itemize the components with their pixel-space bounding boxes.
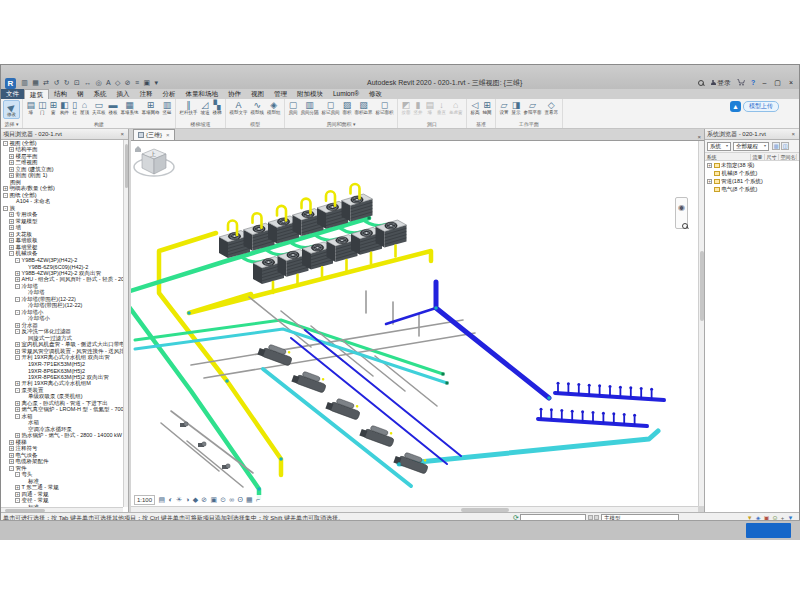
ribbon-tool[interactable]: ▧面积边界 (353, 100, 374, 115)
tree-expander-icon[interactable]: - (3, 193, 8, 198)
tree-expander-icon[interactable]: + (9, 147, 14, 152)
visual-style-icon[interactable]: ◐ (167, 495, 174, 504)
system-browser-view-dropdown[interactable]: 系统▾ (707, 142, 731, 151)
tree-expander-icon[interactable]: - (9, 466, 14, 471)
ribbon-tool[interactable]: ◩按面 (400, 100, 412, 115)
chiller-unit[interactable] (257, 341, 294, 366)
tree-expander-icon[interactable]: + (3, 186, 8, 191)
chiller-unit[interactable] (359, 422, 396, 447)
system-browser-autofit-icon[interactable]: ▥ (772, 142, 780, 150)
ribbon-tab-10[interactable]: 视图 (246, 89, 269, 99)
ribbon-panel-label[interactable]: 房间和面积 ▾ (287, 121, 395, 128)
ribbon-tab-13[interactable]: Lumion® (328, 89, 364, 99)
tree-expander-icon[interactable]: - (15, 472, 20, 477)
model-viewport[interactable]: 上 ◉ 1:100 ▤◐☀◑◆⊘▣⊙∞ʘ▦⌐ (131, 141, 698, 506)
tree-expander-icon[interactable]: + (15, 433, 20, 438)
minimize-button[interactable]: – (758, 77, 770, 88)
ribbon-tab-7[interactable]: 分析 (158, 89, 181, 99)
ribbon-tool[interactable]: ▦幕墙系统 (119, 100, 140, 115)
tree-expander-icon[interactable]: - (15, 284, 20, 289)
tree-expander-icon[interactable]: + (9, 232, 14, 237)
ribbon-tool[interactable]: ◫门 (37, 100, 49, 115)
tree-expander-icon[interactable]: - (15, 498, 20, 503)
ribbon-tool[interactable]: ◧构件 (59, 100, 71, 115)
ribbon-tool[interactable]: ◁标高 (469, 100, 481, 115)
ribbon-tool[interactable]: ⌂老虎窗 (448, 100, 465, 115)
system-browser-column-header[interactable]: 系统 (705, 154, 751, 160)
ribbon-tool[interactable]: ▱设置 (498, 100, 510, 115)
ribbon-tool[interactable]: ◈模型组 (266, 100, 283, 115)
tree-expander-icon[interactable]: + (9, 167, 14, 172)
sun-path-icon[interactable]: ☀ (174, 495, 183, 504)
temporary-hide-isolate-icon[interactable]: ∞ (228, 495, 236, 504)
tree-expander-icon[interactable]: + (15, 323, 20, 328)
system-browser-header[interactable]: 系统浏览器 - 020-1.rvt × (705, 129, 799, 140)
tree-expander-icon[interactable]: + (15, 277, 20, 282)
ribbon-tool[interactable]: ▤墙 (424, 100, 436, 115)
qat-print-icon[interactable]: ⊡ (72, 78, 82, 88)
ribbon-tool[interactable]: ◨显示 (510, 100, 522, 115)
tree-item[interactable]: +燃气真空锅炉 - LROM-H 型 - 低氮型 - 700-175-CN (1, 407, 123, 414)
tree-expander-icon[interactable]: + (9, 238, 14, 243)
ribbon-tool[interactable]: ◻标记面积 (374, 100, 395, 115)
search-icon[interactable] (698, 80, 704, 86)
tree-expander-icon[interactable]: - (15, 329, 20, 334)
model-upload-plugin[interactable]: ▲ 模型上传 (730, 101, 779, 112)
tree-expander-icon[interactable]: + (9, 440, 14, 445)
tree-expander-icon[interactable]: + (707, 179, 712, 184)
ribbon-tab-1[interactable]: 建筑 (24, 89, 49, 99)
view-tab-close-icon[interactable]: × (166, 132, 170, 138)
ribbon-tab-2[interactable]: 结构 (49, 89, 72, 99)
project-browser-header[interactable]: 项目浏览器 - 020-1.rvt × (1, 129, 128, 140)
ribbon-tab-6[interactable]: 注释 (135, 89, 158, 99)
system-browser-row[interactable]: +未指定(38 项) (705, 161, 799, 169)
tree-expander-icon[interactable]: + (15, 271, 20, 276)
shadows-icon[interactable]: ◑ (184, 495, 191, 504)
ribbon-tool[interactable]: ▨面积 (341, 100, 353, 115)
ribbon-tab-file[interactable]: 文件 (1, 89, 24, 99)
tree-expander-icon[interactable]: + (9, 219, 14, 224)
tree-expander-icon[interactable]: + (15, 349, 20, 354)
tree-expander-icon[interactable]: + (9, 154, 14, 159)
ribbon-tool[interactable]: ↓垂直 (436, 100, 448, 115)
ribbon-panel-label[interactable]: 工作平面 (498, 121, 560, 128)
tree-expander-icon[interactable]: - (15, 355, 20, 360)
revit-logo[interactable]: R (5, 78, 16, 89)
qat-thin-lines-icon[interactable]: ≡ (133, 78, 141, 88)
ribbon-tool[interactable]: ◻标记房间 (320, 100, 341, 115)
qat-text-icon[interactable]: A (104, 78, 113, 88)
ribbon-panel-label[interactable]: 基准 (469, 121, 493, 128)
restore-button[interactable]: ▢ (770, 77, 785, 88)
help-icon[interactable]: ? (751, 79, 755, 86)
system-browser-column-header[interactable]: 空间名称 (779, 154, 797, 160)
qat-sync-icon[interactable]: ⇄ (41, 78, 51, 88)
tree-expander-icon[interactable]: + (15, 492, 20, 497)
tree-item[interactable]: +AHU - 组合式 - 回风百叶 - 卧式 - 轻质 - 2000 - 30 (1, 277, 123, 284)
ribbon-tool[interactable]: ▤墙 (25, 100, 37, 115)
ribbon-tab-3[interactable]: 钢 (72, 89, 89, 99)
show-crop-region-icon[interactable]: ▣ (209, 495, 219, 504)
tree-expander-icon[interactable]: + (9, 453, 14, 458)
tree-expander-icon[interactable]: - (15, 414, 20, 419)
ribbon-tool[interactable]: ◇查看器 (543, 100, 560, 115)
ribbon-tool[interactable]: ⊞轴网 (481, 100, 493, 115)
qat-undo-icon[interactable]: ↺ (51, 78, 61, 88)
crop-view-icon[interactable]: ⊘ (200, 495, 209, 504)
close-button[interactable]: × (785, 77, 797, 88)
system-browser-row[interactable]: 电气(8 个系统) (705, 185, 799, 193)
ribbon-tool[interactable]: ▱参照平面 (522, 100, 543, 115)
tree-expander-icon[interactable]: + (9, 446, 14, 451)
tree-expander-icon[interactable]: + (15, 407, 20, 412)
ribbon-panel-label[interactable]: 构建 (25, 121, 173, 128)
tree-expander-icon[interactable]: + (15, 381, 20, 386)
ribbon-tool[interactable]: ⊞窗 (48, 100, 59, 115)
model-upload-label[interactable]: 模型上传 (743, 101, 779, 112)
show-constraints-icon[interactable]: ⌐ (254, 495, 261, 504)
ribbon-tab-14[interactable]: 修改 (364, 89, 387, 99)
project-browser-close-icon[interactable]: × (118, 131, 126, 137)
qat-section-icon[interactable]: ⊘ (123, 78, 133, 88)
qat-save-icon[interactable]: ▦ (30, 78, 41, 88)
unlocked-3d-view-icon[interactable]: ⊙ (219, 495, 228, 504)
scale-button[interactable]: 1:100 (134, 495, 155, 505)
tree-expander-icon[interactable]: + (9, 245, 14, 250)
